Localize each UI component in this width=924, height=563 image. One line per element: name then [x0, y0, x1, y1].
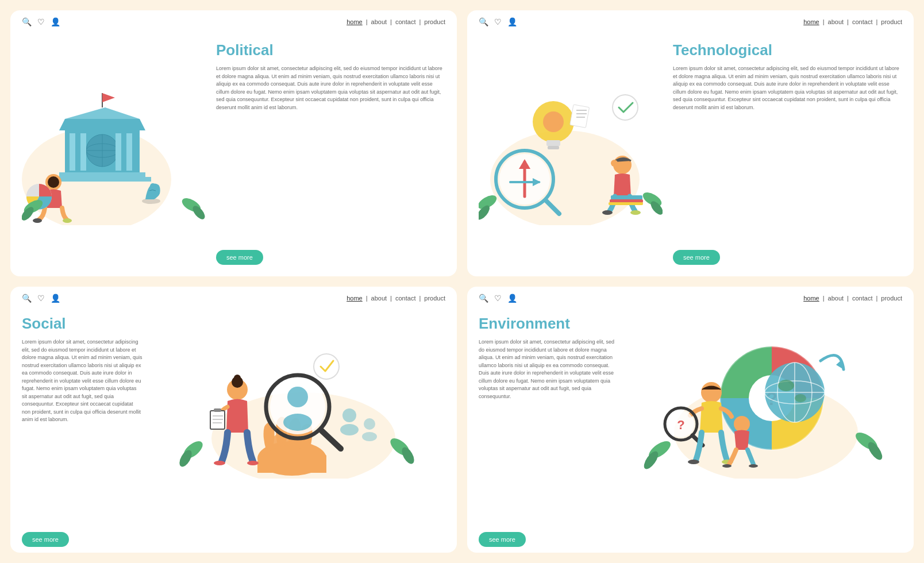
political-lorem: Lorem ipsum dolor sit amet, consectetur …: [216, 65, 445, 241]
svg-rect-7: [80, 133, 86, 171]
svg-rect-9: [126, 133, 132, 171]
user-icon[interactable]: 👤: [51, 294, 60, 303]
search-icon[interactable]: 🔍: [479, 17, 488, 26]
svg-point-75: [214, 461, 225, 465]
user-icon[interactable]: 👤: [507, 294, 517, 303]
env-left: Environment Lorem ipsum dolor sit amet, …: [479, 312, 617, 547]
svg-point-46: [602, 210, 613, 215]
political-content: Political Lorem ipsum dolor sit amet, co…: [206, 36, 445, 265]
env-see-more[interactable]: see more: [479, 532, 526, 547]
nav-about-social[interactable]: about: [371, 295, 387, 302]
technological-body: Technological Lorem ipsum dolor sit amet…: [467, 30, 914, 276]
svg-marker-11: [65, 107, 140, 119]
svg-point-76: [247, 461, 259, 465]
search-icon[interactable]: 🔍: [479, 294, 488, 303]
nav-contact-tech[interactable]: contact: [852, 18, 872, 25]
environment-nav: 🔍 ♡ 👤 home | about | contact | product: [467, 287, 914, 306]
political-see-more[interactable]: see more: [216, 250, 263, 265]
svg-point-45: [611, 160, 618, 167]
social-lorem: Lorem ipsum dolor sit amet, consectetur …: [22, 338, 143, 523]
nav-about-political[interactable]: about: [371, 18, 387, 25]
svg-point-60: [287, 387, 308, 407]
nav-about-env[interactable]: about: [828, 295, 844, 302]
nav-contact-env[interactable]: contact: [852, 295, 872, 302]
user-icon[interactable]: 👤: [507, 17, 517, 26]
nav-icons-env: 🔍 ♡ 👤: [479, 294, 517, 303]
social-illustration: [143, 312, 451, 547]
heart-icon[interactable]: ♡: [494, 294, 502, 303]
nav-icons-political: 🔍 ♡ 👤: [22, 17, 60, 26]
env-title: Environment: [479, 315, 617, 333]
social-body: Social Lorem ipsum dolor sit amet, conse…: [10, 306, 457, 553]
svg-rect-33: [570, 105, 590, 128]
nav-links-tech: home | about | contact | product: [803, 18, 902, 25]
nav-home-tech[interactable]: home: [803, 18, 819, 25]
svg-point-90: [778, 380, 794, 391]
svg-point-64: [340, 424, 359, 435]
svg-rect-50: [609, 202, 643, 205]
environment-card: 🔍 ♡ 👤 home | about | contact | product E…: [467, 287, 914, 553]
svg-point-100: [734, 416, 750, 432]
svg-point-91: [795, 394, 806, 402]
nav-product-social[interactable]: product: [424, 295, 445, 302]
nav-links-political: home | about | contact | product: [346, 18, 445, 25]
svg-point-65: [364, 418, 375, 430]
nav-home-political[interactable]: home: [346, 18, 363, 25]
svg-point-20: [33, 218, 42, 223]
svg-rect-30: [548, 146, 559, 149]
heart-icon[interactable]: ♡: [37, 17, 45, 26]
nav-contact-social[interactable]: contact: [395, 295, 415, 302]
nav-about-tech[interactable]: about: [828, 18, 844, 25]
svg-rect-8: [116, 133, 121, 171]
technological-nav: 🔍 ♡ 👤 home | about | contact | product: [467, 10, 914, 30]
tech-see-more[interactable]: see more: [673, 250, 720, 265]
search-icon[interactable]: 🔍: [22, 17, 32, 26]
political-card: 🔍 ♡ 👤 home | about | contact | product: [10, 10, 457, 276]
political-title: Political: [216, 41, 445, 59]
social-card: 🔍 ♡ 👤 home | about | contact | product S…: [10, 287, 457, 553]
svg-point-21: [63, 218, 72, 223]
nav-contact-political[interactable]: contact: [395, 18, 415, 25]
svg-point-93: [701, 382, 722, 403]
env-illustration: ?: [617, 312, 908, 547]
nav-icons-tech: 🔍 ♡ 👤: [479, 17, 517, 26]
nav-icons-social: 🔍 ♡ 👤: [22, 294, 60, 303]
heart-icon[interactable]: ♡: [37, 294, 45, 303]
political-illustration: [22, 36, 206, 265]
tech-svg: [479, 76, 663, 225]
svg-marker-13: [102, 93, 115, 102]
svg-point-98: [688, 460, 699, 464]
svg-point-69: [234, 375, 241, 381]
svg-rect-29: [546, 140, 560, 146]
svg-point-47: [630, 210, 641, 215]
heart-icon[interactable]: ♡: [494, 17, 502, 26]
nav-product-political[interactable]: product: [424, 18, 445, 25]
svg-point-61: [283, 414, 312, 431]
tech-illustration: [479, 36, 663, 265]
nav-links-social: home | about | contact | product: [346, 295, 445, 302]
social-svg: [143, 312, 430, 479]
svg-rect-71: [214, 408, 221, 412]
nav-product-tech[interactable]: product: [881, 18, 902, 25]
svg-point-102: [749, 464, 758, 468]
svg-rect-48: [611, 195, 642, 200]
svg-rect-6: [70, 133, 75, 171]
svg-text:?: ?: [677, 418, 684, 432]
technological-card: 🔍 ♡ 👤 home | about | contact | product: [467, 10, 914, 276]
social-see-more[interactable]: see more: [22, 532, 69, 547]
nav-product-env[interactable]: product: [881, 295, 902, 302]
svg-rect-70: [210, 411, 225, 429]
svg-point-62: [314, 354, 339, 379]
nav-home-social[interactable]: home: [346, 295, 363, 302]
search-icon[interactable]: 🔍: [22, 294, 32, 303]
svg-point-63: [342, 408, 356, 422]
nav-home-env[interactable]: home: [803, 295, 819, 302]
nav-links-env: home | about | contact | product: [803, 295, 902, 302]
env-lorem: Lorem ipsum dolor sit amet, consectetur …: [479, 338, 617, 523]
svg-point-17: [150, 183, 156, 189]
svg-point-32: [613, 95, 638, 120]
social-left: Social Lorem ipsum dolor sit amet, conse…: [22, 312, 143, 547]
political-body: Political Lorem ipsum dolor sit amet, co…: [10, 30, 457, 276]
environment-body: Environment Lorem ipsum dolor sit amet, …: [467, 306, 914, 553]
user-icon[interactable]: 👤: [51, 17, 60, 26]
